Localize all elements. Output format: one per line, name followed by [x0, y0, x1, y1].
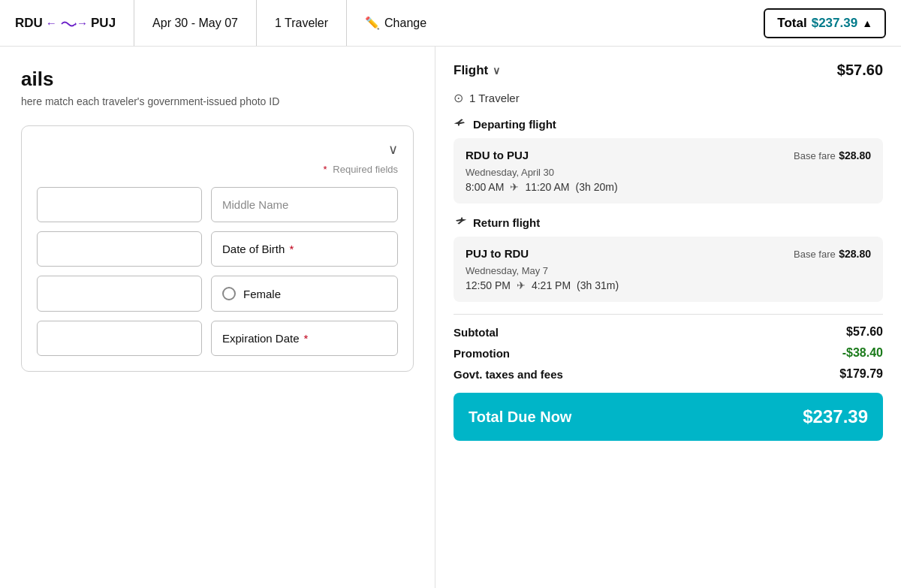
travelers-display: 1 Traveler — [275, 17, 328, 30]
female-label: Female — [243, 288, 281, 300]
total-due-bar: Total Due Now $237.39 — [454, 393, 883, 441]
traveler-count: 1 Traveler — [469, 92, 520, 104]
dob-row: Date of Birth * — [37, 231, 398, 267]
departing-base-fare-group: Base fare $28.80 — [794, 149, 871, 162]
section-header: ∨ — [37, 141, 398, 158]
middle-name-input[interactable] — [211, 187, 398, 222]
required-note: * Required fields — [37, 164, 398, 175]
travelers-segment: 1 Traveler — [257, 0, 347, 46]
subtotal-label: Subtotal — [454, 326, 499, 339]
route-from: RDU — [15, 16, 43, 31]
svg-marker-0 — [75, 23, 77, 26]
total-amount: $237.39 — [812, 16, 857, 31]
traveler-form-card: ∨ * Required fields Date of Birth * — [21, 125, 414, 372]
country-input[interactable] — [37, 321, 202, 356]
taxes-label: Govt. taxes and fees — [454, 368, 563, 381]
return-duration: (3h 31m) — [577, 279, 619, 291]
suffix-input[interactable] — [37, 276, 202, 312]
total-due-amount: $237.39 — [803, 406, 868, 427]
traveler-row: ⊙ 1 Traveler — [454, 91, 883, 105]
page-title: ails — [21, 68, 414, 91]
return-base-fare-amount: $28.80 — [839, 248, 871, 260]
page-subtitle: here match each traveler's government-is… — [21, 95, 414, 107]
departing-times: 8:00 AM ✈ 11:20 AM (3h 20m) — [466, 181, 871, 193]
promotion-row: Promotion -$38.40 — [454, 346, 883, 360]
expiration-label: Expiration Date — [222, 332, 300, 345]
dob-field-wrapper: Date of Birth * — [211, 231, 398, 267]
left-panel: ails here match each traveler's governme… — [0, 47, 435, 588]
route-arrows-icon: ← → — [46, 17, 88, 29]
expiration-row: Expiration Date * — [37, 321, 398, 356]
dob-required-star: * — [289, 243, 294, 255]
return-flight-card: PUJ to RDU Base fare $28.80 Wednesday, M… — [454, 237, 883, 302]
promotion-label: Promotion — [454, 347, 510, 360]
return-card-header: PUJ to RDU Base fare $28.80 — [466, 247, 871, 261]
return-text: Return flight — [473, 216, 540, 229]
dates-segment: Apr 30 - May 07 — [134, 0, 257, 46]
departing-text: Departing flight — [473, 118, 556, 131]
flight-section-header: Flight ∨ $57.60 — [454, 62, 883, 79]
departing-plane-svg — [454, 117, 467, 128]
flight-chevron-icon: ∨ — [493, 65, 500, 77]
expiration-required-star: * — [304, 332, 309, 345]
right-panel: Flight ∨ $57.60 ⊙ 1 Traveler Departing f… — [435, 47, 901, 588]
departing-base-fare-label: Base fare — [794, 150, 836, 161]
required-star: * — [324, 164, 327, 175]
total-due-label: Total Due Now — [469, 409, 571, 426]
gender-row: Female — [37, 276, 398, 312]
plane-route-icon — [60, 19, 77, 29]
taxes-value: $179.79 — [839, 367, 883, 381]
dates-display: Apr 30 - May 07 — [152, 17, 238, 30]
flight-label[interactable]: Flight ∨ — [454, 63, 500, 78]
departing-arrive-time: 11:20 AM — [525, 181, 569, 193]
flight-text: Flight — [454, 63, 488, 78]
departing-base-fare-amount: $28.80 — [839, 149, 871, 161]
return-depart-time: 12:50 PM — [466, 279, 511, 291]
female-radio[interactable] — [222, 287, 236, 300]
subtotal-row: Subtotal $57.60 — [454, 325, 883, 339]
last-name-input[interactable] — [37, 231, 202, 267]
departing-flight-card: RDU to PUJ Base fare $28.80 Wednesday, A… — [454, 138, 883, 204]
departing-label: Departing flight — [454, 117, 883, 131]
first-name-input[interactable] — [37, 187, 202, 222]
name-row — [37, 187, 398, 222]
depart-plane-icon — [454, 117, 467, 131]
return-label: Return flight — [454, 216, 883, 229]
expiration-field-wrapper: Expiration Date * — [211, 321, 398, 356]
departing-route: RDU to PUJ — [466, 149, 529, 161]
route-segment: RDU ← → PUJ — [15, 0, 134, 46]
departing-depart-time: 8:00 AM — [466, 181, 504, 193]
top-bar: RDU ← → PUJ Apr 30 - May 07 1 Traveler ✏… — [0, 0, 901, 47]
promotion-value: -$38.40 — [842, 346, 883, 360]
route-to: PUJ — [91, 16, 116, 31]
gender-field[interactable]: Female — [211, 276, 398, 312]
main-layout: ails here match each traveler's governme… — [0, 47, 901, 588]
route-display: RDU ← → PUJ — [15, 16, 116, 31]
person-icon: ⊙ — [454, 91, 463, 105]
return-base-fare-group: Base fare $28.80 — [794, 247, 871, 261]
pencil-icon: ✏️ — [365, 16, 380, 30]
returning-plane-svg — [454, 216, 467, 226]
total-button[interactable]: Total $237.39 ▲ — [764, 8, 886, 38]
departing-duration: (3h 20m) — [576, 181, 618, 193]
taxes-row: Govt. taxes and fees $179.79 — [454, 367, 883, 381]
return-date: Wednesday, May 7 — [466, 265, 871, 276]
return-route: PUJ to RDU — [466, 247, 529, 260]
dob-label: Date of Birth — [222, 243, 285, 255]
return-small-plane-icon: ✈ — [517, 279, 526, 291]
departing-small-plane-icon: ✈ — [510, 181, 519, 193]
return-times: 12:50 PM ✈ 4:21 PM (3h 31m) — [466, 279, 871, 291]
price-divider — [454, 314, 883, 315]
return-plane-icon — [454, 216, 467, 229]
subtotal-value: $57.60 — [846, 325, 883, 339]
return-arrive-time: 4:21 PM — [532, 279, 571, 291]
chevron-down-icon[interactable]: ∨ — [388, 141, 398, 158]
total-label: Total — [777, 16, 806, 31]
chevron-up-icon: ▲ — [862, 17, 872, 29]
return-base-fare-label: Base fare — [794, 249, 836, 260]
flight-total-price: $57.60 — [837, 62, 883, 79]
change-button[interactable]: ✏️ Change — [347, 16, 444, 30]
departing-card-header: RDU to PUJ Base fare $28.80 — [466, 149, 871, 162]
change-label: Change — [384, 17, 426, 30]
departing-date: Wednesday, April 30 — [466, 167, 871, 178]
